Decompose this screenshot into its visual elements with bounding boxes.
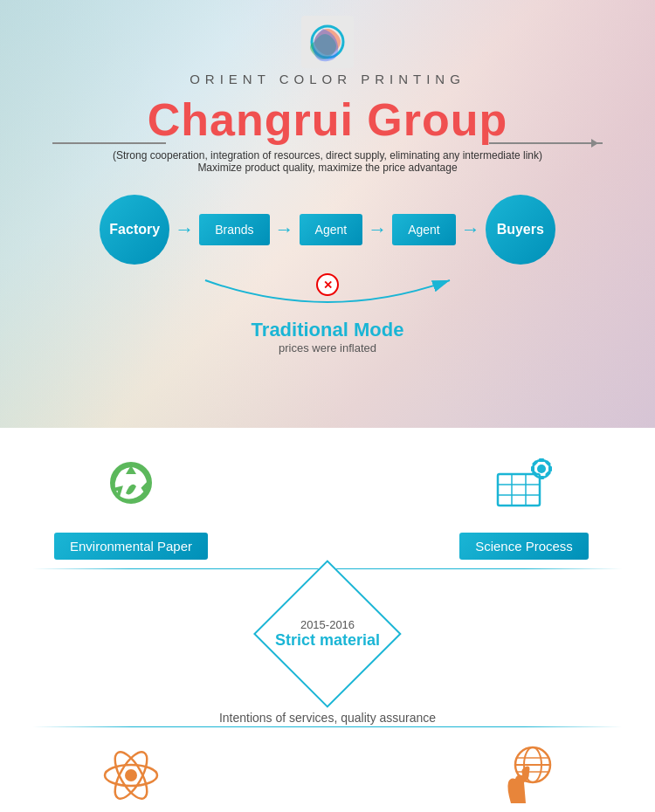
title-line-left: [52, 142, 166, 144]
eco-icon: [96, 450, 166, 520]
subtitle-area: (Strong cooperation, integration of reso…: [0, 149, 655, 174]
buyers-node: Buyers: [486, 195, 555, 265]
svg-rect-13: [531, 466, 534, 471]
curve-container: ✕: [196, 272, 458, 315]
feature-professional-equipment: Professional equipment: [35, 736, 227, 812]
svg-rect-14: [548, 466, 552, 471]
science-process-label: Science Process: [459, 533, 589, 560]
hero-section: ORIENT COLOR PRINTING Changrui Group (St…: [0, 0, 655, 428]
title-line-right: [489, 142, 603, 144]
science-icon: [489, 450, 559, 520]
company-name-text: ORIENT COLOR PRINTING: [0, 72, 655, 86]
atom-icon-area: [92, 736, 170, 812]
features-section: Environmental Paper: [0, 428, 655, 812]
arrow1: →: [175, 218, 194, 241]
svg-point-22: [125, 769, 137, 781]
arrow3: →: [368, 218, 387, 241]
center-area: 2015-2016 Strict material Intentions of …: [0, 578, 655, 718]
diamond-wrapper: 2015-2016 Strict material Intentions of …: [219, 564, 436, 732]
brands-node: Brands: [199, 214, 269, 245]
svg-rect-12: [539, 476, 544, 479]
environmental-paper-label: Environmental Paper: [54, 533, 208, 560]
agent1-node: Agent: [300, 214, 363, 245]
atom-icon: [96, 740, 166, 810]
eco-icon-area: [92, 445, 170, 524]
prices-inflated-label: prices were inflated: [0, 341, 655, 354]
globe-icon-area: [485, 736, 563, 812]
arrow2: →: [275, 218, 294, 241]
subtitle-line1: (Strong cooperation, integration of reso…: [0, 149, 655, 162]
factory-node: Factory: [100, 195, 169, 265]
flow-diagram: Factory → Brands → Agent → Agent → Buyer…: [0, 195, 655, 265]
arrow4: →: [461, 218, 480, 241]
features-row-top: Environmental Paper: [0, 445, 655, 560]
diamond-container: 2015-2016 Strict material: [258, 564, 397, 704]
feature-science-process: Science Process: [428, 445, 620, 560]
company-logo: [301, 16, 354, 68]
header-logo-area: ORIENT COLOR PRINTING: [0, 0, 655, 86]
svg-rect-11: [539, 458, 544, 462]
subtitle-line2: Maximize product quality, maximize the p…: [0, 162, 655, 174]
brand-title: Changrui Group: [0, 93, 655, 146]
feature-environmental-paper: Environmental Paper: [35, 445, 227, 560]
svg-rect-4: [498, 474, 540, 506]
diamond-year: 2015-2016: [275, 618, 380, 631]
feature-brand-raw-materials: Brand of raw materials: [428, 736, 620, 812]
svg-point-10: [537, 464, 546, 473]
diamond-text: 2015-2016 Strict material: [275, 618, 380, 650]
intentions-text: Intentions of services, quality assuranc…: [219, 711, 436, 725]
globe-icon: [489, 740, 559, 810]
x-symbol: ✕: [316, 273, 339, 296]
strict-material-label: Strict material: [275, 631, 380, 650]
features-row-bottom: Professional equipment Bran: [0, 736, 655, 812]
science-icon-area: [485, 445, 563, 524]
traditional-area: ✕ Traditional Mode prices were inflated: [0, 272, 655, 354]
agent2-node: Agent: [392, 214, 456, 245]
traditional-mode-label: Traditional Mode: [0, 319, 655, 341]
